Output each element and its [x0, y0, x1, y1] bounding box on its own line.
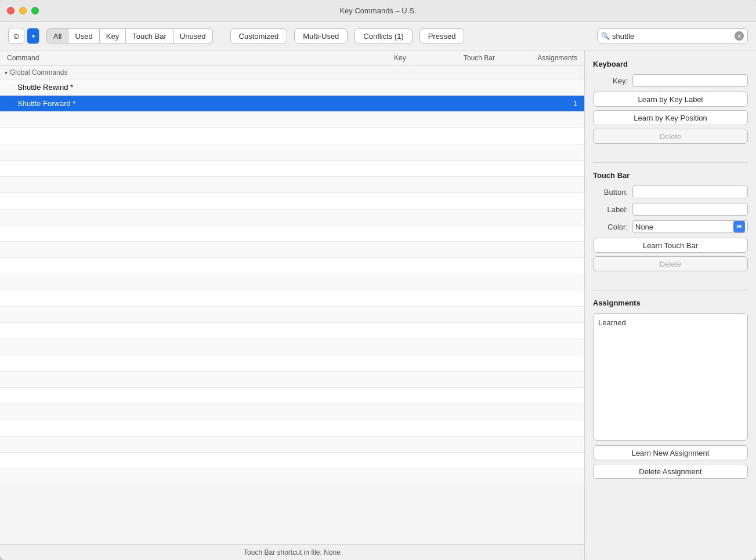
chevron-down-icon: ▾: [32, 33, 35, 39]
chevron-down-icon: ▾: [5, 70, 8, 76]
empty-row: [0, 193, 584, 209]
empty-row: [0, 404, 584, 420]
minimize-button[interactable]: [19, 7, 27, 14]
filter-conflicts[interactable]: Conflicts (1): [355, 28, 412, 43]
filter-unused[interactable]: Unused: [173, 28, 213, 43]
empty-row: [0, 258, 584, 274]
empty-row: [0, 420, 584, 437]
empty-row: [0, 453, 584, 469]
empty-row: [0, 209, 584, 226]
empty-row: [0, 274, 584, 290]
status-text: Touch Bar shortcut in file: None: [244, 548, 341, 557]
window-title: Key Commands – U.S.: [339, 6, 416, 15]
empty-row: [0, 469, 584, 485]
delete-assignment-button[interactable]: Delete Assignment: [593, 464, 748, 479]
key-label: Key:: [593, 77, 628, 85]
window-controls: [7, 7, 39, 14]
toolbar-left: ☺ ▾: [8, 28, 39, 44]
divider-2: [593, 290, 748, 290]
color-label: Color:: [593, 223, 628, 231]
filter-pressed[interactable]: Pressed: [419, 28, 465, 43]
assignments-section-title: Assignments: [593, 299, 748, 307]
empty-row: [0, 372, 584, 388]
right-panel: Keyboard Key: Learn by Key Label Learn b…: [585, 50, 756, 560]
touchbar-label-label: Label:: [593, 205, 628, 214]
button-field-row: Button:: [593, 186, 748, 198]
empty-row: [0, 112, 584, 128]
empty-row: [0, 339, 584, 355]
search-icon: 🔍: [601, 32, 610, 40]
keyboard-section: Keyboard Key: Learn by Key Label Learn b…: [593, 60, 748, 147]
col-key-header: Key: [387, 54, 457, 62]
filter-key[interactable]: Key: [100, 28, 126, 43]
toolbar: ☺ ▾ All Used Key Touch Bar Unused Custom…: [0, 22, 756, 50]
emoji-button[interactable]: ☺: [8, 28, 24, 44]
table-header: Command Key Touch Bar Assignments: [0, 50, 584, 66]
assignments-box: Learned: [593, 313, 748, 441]
main-content: Command Key Touch Bar Assignments ▾ Glob…: [0, 50, 756, 560]
search-clear-button[interactable]: ✕: [735, 31, 744, 41]
titlebar: Key Commands – U.S.: [0, 0, 756, 22]
empty-row: [0, 226, 584, 242]
button-label: Button:: [593, 188, 628, 197]
keyboard-delete-button[interactable]: Delete: [593, 129, 748, 144]
empty-row: [0, 388, 584, 404]
group-label: Global Commands: [10, 68, 67, 77]
empty-row: [0, 144, 584, 161]
key-input[interactable]: [632, 74, 748, 87]
filter-all[interactable]: All: [46, 28, 68, 43]
filter-multi-used[interactable]: Multi-Used: [294, 28, 348, 43]
learn-touch-bar-button[interactable]: Learn Touch Bar: [593, 238, 748, 253]
left-panel: Command Key Touch Bar Assignments ▾ Glob…: [0, 50, 585, 560]
dropdown-button[interactable]: ▾: [27, 28, 39, 44]
color-field-row: Color: None: [593, 220, 748, 233]
row-assignments: 1: [526, 99, 584, 108]
col-touchbar-header: Touch Bar: [457, 54, 526, 62]
filter-used[interactable]: Used: [68, 28, 99, 43]
learn-by-key-position-button[interactable]: Learn by Key Position: [593, 110, 748, 125]
empty-row: [0, 128, 584, 144]
divider-1: [593, 162, 748, 163]
button-input[interactable]: [632, 186, 748, 198]
touchbar-section-title: Touch Bar: [593, 171, 748, 180]
col-command-header: Command: [0, 54, 387, 62]
label-field-row: Label:: [593, 203, 748, 216]
empty-row: [0, 323, 584, 339]
empty-row: [0, 307, 584, 323]
search-container: 🔍 ✕: [597, 28, 748, 43]
touchbar-label-input[interactable]: [632, 203, 748, 216]
assignments-section: Assignments Learned Learn New Assignment…: [593, 299, 748, 482]
empty-row: [0, 161, 584, 177]
learn-by-key-label-button[interactable]: Learn by Key Label: [593, 92, 748, 107]
color-select-arrow-icon: [733, 221, 745, 232]
col-assignments-header: Assignments: [526, 54, 584, 62]
row-command: Shuttle Rewind *: [0, 83, 387, 92]
color-select[interactable]: None: [632, 220, 748, 233]
empty-row: [0, 242, 584, 258]
touchbar-section: Touch Bar Button: Label: Color: None: [593, 171, 748, 275]
maximize-button[interactable]: [31, 7, 39, 14]
search-input[interactable]: [612, 32, 735, 41]
touchbar-delete-button[interactable]: Delete: [593, 256, 748, 271]
learn-new-assignment-button[interactable]: Learn New Assignment: [593, 445, 748, 460]
window: Key Commands – U.S. ☺ ▾ All Used Key Tou…: [0, 0, 756, 560]
empty-row: [0, 437, 584, 453]
empty-row: [0, 290, 584, 307]
empty-row: [0, 177, 584, 193]
key-field-row: Key:: [593, 74, 748, 87]
status-bar: Touch Bar shortcut in file: None: [0, 544, 584, 560]
table-row[interactable]: Shuttle Forward * 1: [0, 96, 584, 112]
table-body: ▾ Global Commands Shuttle Rewind * Shutt…: [0, 66, 584, 544]
keyboard-section-title: Keyboard: [593, 60, 748, 68]
group-header-global[interactable]: ▾ Global Commands: [0, 66, 584, 79]
close-button[interactable]: [7, 7, 15, 14]
filter-touchbar[interactable]: Touch Bar: [126, 28, 173, 43]
table-row[interactable]: Shuttle Rewind *: [0, 79, 584, 96]
row-command: Shuttle Forward *: [0, 99, 387, 108]
filter-group: All Used Key Touch Bar Unused: [46, 28, 213, 43]
color-select-value: None: [635, 223, 733, 231]
filter-customized[interactable]: Customized: [230, 28, 288, 43]
empty-row: [0, 355, 584, 372]
assignments-learned-text: Learned: [598, 318, 626, 327]
